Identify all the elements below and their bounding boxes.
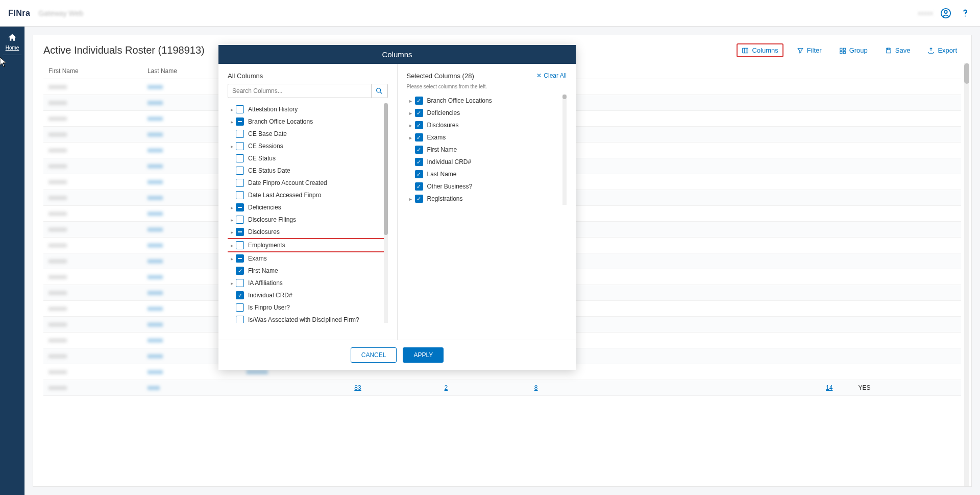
clear-all-button[interactable]: ✕ Clear All (536, 72, 567, 79)
chevron-right-icon[interactable]: ▸ (407, 98, 415, 104)
checkbox[interactable] (236, 105, 244, 113)
selected-column-option[interactable]: Last Name (407, 168, 567, 180)
selected-column-option[interactable]: ▸Registrations (407, 193, 567, 205)
cell-last-name: xxxxx (148, 321, 163, 328)
cancel-button[interactable]: CANCEL (351, 347, 397, 363)
checkbox[interactable] (415, 97, 423, 105)
table-row[interactable]: xxxxxxxxxx832814YES (43, 380, 961, 396)
svg-rect-8 (840, 51, 842, 53)
column-option[interactable]: ▸Disclosure Filings (228, 214, 388, 226)
checkbox[interactable] (236, 142, 244, 150)
column-option[interactable]: ▸Disclosures (228, 226, 388, 238)
chevron-right-icon[interactable]: ▸ (228, 205, 236, 210)
checkbox[interactable] (415, 182, 423, 191)
column-option[interactable]: ▸Deficiencies (228, 201, 388, 214)
column-option[interactable]: Date Finpro Account Created (228, 177, 388, 189)
svg-point-11 (377, 88, 381, 92)
save-button[interactable]: Save (881, 44, 915, 56)
chevron-right-icon[interactable]: ▸ (228, 229, 236, 235)
sidebar-home[interactable]: Home (0, 27, 24, 55)
chevron-right-icon[interactable]: ▸ (228, 243, 236, 248)
cell-last-name: xxxxx (148, 368, 163, 375)
search-button[interactable] (372, 84, 388, 98)
chevron-right-icon[interactable]: ▸ (228, 280, 236, 286)
checkbox[interactable] (236, 316, 244, 323)
all-columns-tree[interactable]: ▸Attestation History▸Branch Office Locat… (228, 103, 388, 323)
column-option[interactable]: CE Status Date (228, 164, 388, 177)
th-first-name[interactable]: First Name (43, 63, 142, 79)
column-option[interactable]: ▸Attestation History (228, 103, 388, 115)
checkbox[interactable] (236, 228, 244, 236)
selected-column-option[interactable]: Other Business? (407, 180, 567, 193)
chevron-right-icon[interactable]: ▸ (228, 107, 236, 112)
selected-column-option[interactable]: First Name (407, 144, 567, 156)
checkbox[interactable] (415, 170, 423, 178)
selected-column-option[interactable]: ▸Deficiencies (407, 107, 567, 119)
column-option[interactable]: Date Last Accessed Finpro (228, 189, 388, 201)
column-option[interactable]: Is Finpro User? (228, 301, 388, 314)
checkbox[interactable] (415, 121, 423, 129)
checkbox[interactable] (236, 167, 244, 175)
apply-button[interactable]: APPLY (403, 347, 444, 363)
checkbox[interactable] (236, 154, 244, 162)
cell-link-1[interactable]: 83 (354, 384, 361, 391)
checkbox[interactable] (236, 291, 244, 299)
chevron-right-icon[interactable]: ▸ (407, 196, 415, 202)
search-columns-input[interactable] (228, 84, 372, 98)
cell-first-name: xxxxxx (48, 115, 67, 122)
column-option[interactable]: ▸CE Sessions (228, 140, 388, 152)
vertical-scrollbar[interactable] (964, 63, 969, 486)
chevron-right-icon[interactable]: ▸ (407, 135, 415, 140)
cell-link-2[interactable]: 2 (445, 384, 448, 391)
chevron-right-icon[interactable]: ▸ (228, 217, 236, 223)
checkbox[interactable] (236, 130, 244, 138)
chevron-right-icon[interactable]: ▸ (407, 110, 415, 116)
checkbox[interactable] (236, 267, 244, 275)
selected-column-option[interactable]: ▸Disclosures (407, 119, 567, 131)
column-option[interactable]: Individual CRD# (228, 289, 388, 301)
column-option[interactable]: Is/Was Associated with Disciplined Firm? (228, 314, 388, 323)
cell-link-4[interactable]: 14 (826, 384, 832, 391)
group-button[interactable]: Group (835, 44, 872, 56)
filter-button[interactable]: Filter (793, 44, 826, 56)
tree-scrollbar-left[interactable] (384, 103, 388, 323)
checkbox[interactable] (236, 254, 244, 263)
columns-label: Columns (752, 46, 778, 54)
checkbox[interactable] (415, 146, 423, 154)
checkbox[interactable] (236, 241, 244, 249)
user-icon[interactable] (939, 7, 952, 20)
selected-columns-tree[interactable]: ▸Branch Office Locations▸Deficiencies▸Di… (407, 95, 567, 205)
cell-link-3[interactable]: 8 (534, 384, 538, 391)
checkbox[interactable] (236, 191, 244, 199)
checkbox[interactable] (236, 216, 244, 224)
checkbox[interactable] (415, 133, 423, 142)
help-icon[interactable] (959, 7, 972, 20)
selected-column-option[interactable]: ▸Branch Office Locations (407, 95, 567, 107)
chevron-right-icon[interactable]: ▸ (228, 144, 236, 149)
column-option[interactable]: First Name (228, 265, 388, 277)
checkbox[interactable] (415, 109, 423, 117)
tree-scrollbar-right[interactable] (562, 95, 567, 205)
checkbox[interactable] (415, 158, 423, 166)
column-option[interactable]: ▸Employments (228, 238, 388, 252)
checkbox[interactable] (236, 117, 244, 126)
chevron-right-icon[interactable]: ▸ (228, 256, 236, 262)
column-option[interactable]: ▸IA Affiliations (228, 277, 388, 289)
chevron-right-icon[interactable]: ▸ (228, 119, 236, 125)
selected-column-option[interactable]: ▸Exams (407, 131, 567, 144)
checkbox[interactable] (236, 179, 244, 187)
column-option[interactable]: ▸Exams (228, 252, 388, 265)
checkbox[interactable] (236, 279, 244, 287)
scroll-thumb[interactable] (964, 63, 969, 84)
selected-column-option[interactable]: Individual CRD# (407, 156, 567, 168)
checkbox[interactable] (236, 303, 244, 312)
svg-rect-3 (743, 48, 748, 53)
column-option[interactable]: CE Status (228, 152, 388, 164)
columns-button[interactable]: Columns (737, 43, 783, 57)
export-button[interactable]: Export (923, 44, 961, 56)
column-option[interactable]: CE Base Date (228, 128, 388, 140)
chevron-right-icon[interactable]: ▸ (407, 123, 415, 128)
checkbox[interactable] (415, 195, 423, 203)
checkbox[interactable] (236, 203, 244, 211)
column-option[interactable]: ▸Branch Office Locations (228, 115, 388, 128)
